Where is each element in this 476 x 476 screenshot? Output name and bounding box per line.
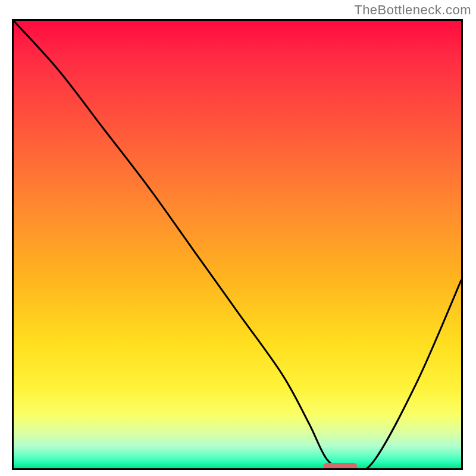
chart-svg [14,21,461,468]
bottleneck-curve [14,21,461,468]
attribution-text: TheBottleneck.com [354,2,471,18]
chart-area [12,19,463,470]
stage: TheBottleneck.com [0,0,476,476]
